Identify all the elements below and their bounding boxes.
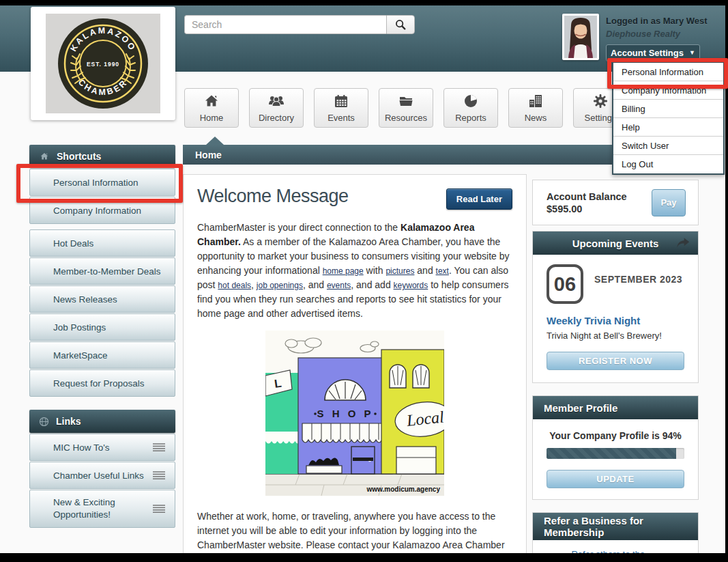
- nav-home-button[interactable]: Home: [184, 88, 239, 128]
- nav-directory-button[interactable]: Directory: [249, 88, 304, 128]
- account-balance-title: Account Balance: [547, 191, 627, 202]
- inline-link[interactable]: text: [436, 266, 449, 276]
- search-input[interactable]: [184, 15, 386, 34]
- shop-sign-text: S H O P: [317, 408, 373, 419]
- account-settings-button[interactable]: Account Settings ▼: [606, 44, 700, 61]
- profile-progress-bar: [547, 448, 684, 459]
- pie-chart-icon: [462, 93, 480, 109]
- kalamazoo-chamber-logo-icon: KALAMAZOO CHAMBER EST. 1990: [55, 16, 151, 111]
- account-balance-panel: Account Balance $595.00 Pay: [532, 180, 699, 225]
- search-button[interactable]: [386, 15, 415, 34]
- active-tab-pointer: [206, 137, 224, 145]
- menu-item-billing[interactable]: Billing: [613, 100, 723, 118]
- welcome-panel: Welcome Message Read Later ChamberMaster…: [183, 174, 527, 554]
- welcome-paragraph: ChamberMaster is your direct connection …: [197, 221, 512, 321]
- pay-button[interactable]: Pay: [652, 189, 686, 216]
- nav-resources-button[interactable]: Resources: [379, 88, 433, 128]
- member-profile-panel: Member Profile Your Company Profile is 9…: [532, 395, 699, 500]
- menu-item-help[interactable]: Help: [613, 118, 723, 137]
- account-settings-menu: Personal Information Company Information…: [612, 61, 725, 175]
- avatar: [562, 14, 599, 60]
- breadcrumb: Home: [183, 150, 222, 160]
- profile-progress-fill: [547, 448, 676, 459]
- illustration-credit: www.modicum.agency: [366, 486, 441, 493]
- user-photo: [564, 16, 597, 58]
- chamber-logo-card: KALAMAZOO CHAMBER EST. 1990: [31, 7, 175, 120]
- refer-header: Refer a Business for Membership: [533, 513, 698, 540]
- gear-icon: [592, 93, 609, 109]
- directory-icon: [267, 93, 286, 109]
- chevron-down-icon: ▼: [689, 50, 695, 56]
- welcome-paragraph-2: Whether at work, home, or traveling, any…: [197, 509, 512, 552]
- storefront-illustration: L S H O P Loc: [265, 331, 444, 498]
- inline-link[interactable]: home page: [323, 266, 364, 276]
- nav-news-button[interactable]: News: [508, 88, 563, 128]
- event-date-badge: 06: [547, 264, 583, 304]
- page-title: Welcome Message: [197, 186, 349, 207]
- list-lines-icon: [151, 470, 166, 480]
- upcoming-events-header: Upcoming Events: [533, 231, 698, 255]
- calendar-icon: [332, 93, 350, 109]
- event-title-link[interactable]: Weekly Trivia Night: [547, 315, 684, 326]
- profile-progress-text: Your Company Profile is 94%: [547, 430, 684, 441]
- list-lines-icon: [151, 504, 166, 514]
- menu-item-personal-information[interactable]: Personal Information: [613, 63, 723, 81]
- sidebar-item-news-releases[interactable]: News Releases: [29, 285, 175, 313]
- update-button[interactable]: UPDATE: [547, 470, 684, 488]
- logged-in-text: Logged in as Mary West: [606, 14, 708, 26]
- menu-item-log-out[interactable]: Log Out: [613, 155, 723, 173]
- member-profile-header: Member Profile: [533, 396, 698, 419]
- app-window: KALAMAZOO CHAMBER EST. 1990: [0, 0, 728, 562]
- right-column: Account Balance $595.00 Pay Upcoming Eve…: [532, 180, 699, 562]
- screenshot-bottom-border: [0, 553, 728, 562]
- sidebar-item-personal-information[interactable]: Personal Information: [29, 169, 175, 196]
- menu-item-company-information[interactable]: Company Information: [613, 81, 723, 100]
- nav-events-button[interactable]: Events: [314, 88, 368, 128]
- screenshot-right-border: [725, 0, 728, 562]
- home-icon: [39, 152, 50, 161]
- register-now-button[interactable]: REGISTER NOW: [547, 352, 684, 370]
- menu-item-switch-user[interactable]: Switch User: [613, 137, 723, 155]
- event-date-month: SEPTEMBER 2023: [594, 274, 682, 285]
- upcoming-events-panel: Upcoming Events 06 SEPTEMBER 2023 Weekly…: [532, 231, 699, 383]
- sidebar-item-new-exciting-opportunities[interactable]: New & Exciting Opportunities!: [29, 490, 175, 528]
- sidebar: Shortcuts Personal Information Company I…: [29, 145, 175, 528]
- account-balance-amount: $595.00: [547, 203, 627, 214]
- sidebar-item-member-to-member-deals[interactable]: Member-to-Member Deals: [29, 257, 175, 285]
- user-info: Logged in as Mary West Diephouse Realty …: [562, 14, 708, 61]
- inline-link[interactable]: hot deals: [218, 281, 251, 290]
- sidebar-item-request-for-proposals[interactable]: Request for Proposals: [29, 369, 175, 397]
- screenshot-top-border: [0, 0, 728, 5]
- shortcuts-header: Shortcuts: [29, 145, 175, 168]
- nav-reports-button[interactable]: Reports: [443, 88, 498, 128]
- svg-text:EST. 1990: EST. 1990: [87, 61, 119, 68]
- inline-link[interactable]: keywords: [394, 281, 428, 290]
- read-later-button[interactable]: Read Later: [446, 188, 512, 210]
- globe-icon: [39, 417, 49, 427]
- event-description: Trivia Night at Bell's Brewery!: [547, 331, 684, 341]
- sidebar-item-hot-deals[interactable]: Hot Deals: [29, 229, 175, 257]
- inline-link[interactable]: job openings: [257, 281, 303, 290]
- links-header: Links: [29, 410, 175, 433]
- company-name: Diephouse Realty: [606, 29, 708, 39]
- sidebar-item-job-postings[interactable]: Job Postings: [29, 313, 175, 341]
- sidebar-item-company-information[interactable]: Company Information: [29, 197, 175, 224]
- inline-link[interactable]: events: [327, 281, 351, 290]
- inline-link[interactable]: pictures: [385, 266, 414, 276]
- share-arrow-icon[interactable]: [676, 237, 690, 249]
- home-icon: [203, 93, 220, 109]
- folder-icon: [397, 93, 415, 109]
- list-lines-icon: [151, 442, 166, 452]
- buildings-icon: [527, 93, 544, 109]
- sidebar-item-mic-how-tos[interactable]: MIC How To's: [29, 434, 175, 461]
- sidebar-item-chamber-useful-links[interactable]: Chamber Useful Links: [29, 462, 175, 489]
- sidebar-item-marketspace[interactable]: MarketSpace: [29, 341, 175, 369]
- search-icon: [394, 18, 407, 31]
- search-bar: [184, 15, 415, 34]
- main-navigation: Home Directory Events: [184, 88, 628, 128]
